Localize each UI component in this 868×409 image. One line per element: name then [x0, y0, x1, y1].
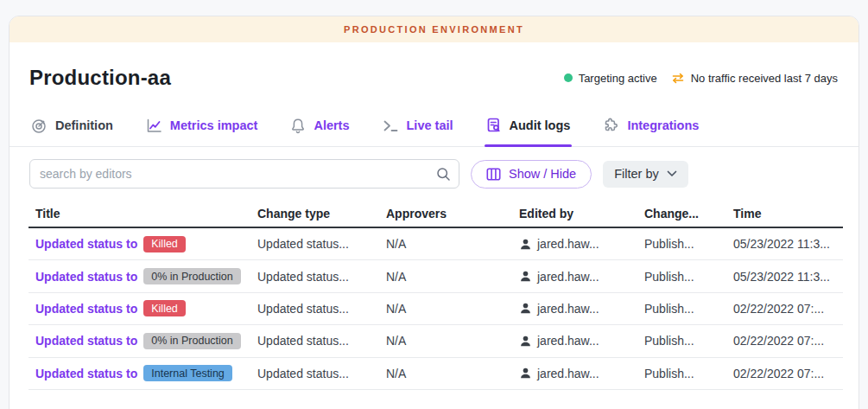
approvers-cell: N/A — [379, 302, 512, 316]
editor-name: jared.haw... — [537, 237, 599, 251]
approvers-cell: N/A — [379, 367, 512, 380]
status-badge: Internal Testing — [143, 365, 232, 381]
column-header-time: Time — [726, 207, 843, 220]
row-title-cell: Updated status to Internal Testing — [29, 365, 250, 381]
tab-label: Live tail — [407, 118, 453, 132]
change-type-cell: Updated status... — [250, 237, 379, 251]
table-row[interactable]: Updated status to 0% in Production Updat… — [29, 325, 843, 357]
time-cell: 05/23/2022 11:3... — [726, 270, 843, 284]
change-type-cell: Updated status... — [250, 302, 379, 316]
person-icon — [519, 270, 532, 283]
person-icon — [519, 367, 532, 380]
change-type-cell: Updated status... — [250, 270, 379, 284]
change-cell: Publish... — [637, 237, 726, 251]
terminal-icon — [383, 119, 399, 132]
change-cell: Publish... — [637, 270, 726, 284]
filter-by-label: Filter by — [614, 167, 659, 181]
edited-by-cell: jared.haw... — [512, 237, 637, 251]
search-icon — [436, 167, 451, 182]
show-hide-button[interactable]: Show / Hide — [471, 160, 592, 189]
editor-name: jared.haw... — [537, 334, 599, 348]
tab-bar: Definition Metrics impact Alerts — [10, 115, 858, 147]
puzzle-icon — [603, 118, 619, 134]
approvers-cell: N/A — [379, 270, 512, 284]
change-cell: Publish... — [637, 334, 726, 348]
bell-icon — [290, 118, 306, 134]
target-icon — [31, 118, 48, 134]
targeting-status: Targeting active — [564, 72, 657, 85]
tab-metrics-impact[interactable]: Metrics impact — [144, 115, 260, 146]
toolbar: Show / Hide Filter by — [10, 159, 858, 189]
search-input[interactable] — [29, 159, 459, 189]
tab-label: Metrics impact — [170, 118, 258, 132]
tab-live-tail[interactable]: Live tail — [381, 115, 455, 146]
time-cell: 02/22/2022 07:... — [726, 367, 843, 380]
chevron-down-icon — [667, 170, 677, 177]
row-title-link[interactable]: Updated status to — [35, 334, 137, 348]
status-badge: Killed — [143, 300, 186, 316]
edited-by-cell: jared.haw... — [512, 367, 637, 380]
audit-log-icon — [486, 117, 502, 134]
production-environment-banner: PRODUCTION ENVIRONMENT — [10, 16, 858, 42]
traffic-arrows-icon — [671, 73, 685, 84]
time-cell: 02/22/2022 07:... — [726, 302, 843, 316]
filter-by-button[interactable]: Filter by — [603, 161, 688, 188]
approvers-cell: N/A — [379, 334, 512, 348]
traffic-status-label: No traffic received last 7 days — [691, 72, 838, 85]
column-header-approvers: Approvers — [379, 207, 512, 220]
table-header-row: Title Change type Approvers Edited by Ch… — [29, 200, 843, 228]
editor-name: jared.haw... — [537, 302, 599, 316]
tab-definition[interactable]: Definition — [29, 115, 115, 146]
card-header: Production-aa Targeting active No traffi… — [10, 42, 858, 90]
row-title-link[interactable]: Updated status to — [35, 302, 137, 316]
green-status-dot-icon — [564, 73, 573, 82]
tab-alerts[interactable]: Alerts — [288, 115, 351, 146]
row-title-link[interactable]: Updated status to — [35, 270, 137, 284]
page-title: Production-aa — [29, 66, 171, 90]
columns-icon — [486, 168, 501, 181]
status-group: Targeting active No traffic received las… — [564, 72, 838, 85]
search-field — [29, 159, 459, 189]
row-title-cell: Updated status to 0% in Production — [29, 333, 250, 349]
table-row[interactable]: Updated status to Killed Updated status.… — [29, 228, 843, 260]
approvers-cell: N/A — [379, 237, 512, 251]
table-row[interactable]: Updated status to Killed Updated status.… — [29, 293, 843, 325]
time-cell: 05/23/2022 11:3... — [726, 237, 843, 251]
person-icon — [519, 302, 532, 315]
table-row[interactable]: Updated status to 0% in Production Updat… — [29, 260, 843, 292]
traffic-status: No traffic received last 7 days — [671, 72, 838, 85]
edited-by-cell: jared.haw... — [512, 270, 637, 284]
banner-label: PRODUCTION ENVIRONMENT — [344, 24, 524, 35]
audit-log-table: Title Change type Approvers Edited by Ch… — [29, 200, 843, 390]
tab-integrations[interactable]: Integrations — [601, 115, 700, 146]
tab-audit-logs[interactable]: Audit logs — [485, 115, 573, 146]
column-header-change: Change... — [637, 207, 726, 220]
change-type-cell: Updated status... — [250, 367, 379, 380]
column-header-change-type: Change type — [250, 207, 379, 220]
person-icon — [519, 238, 532, 251]
row-title-cell: Updated status to Killed — [29, 236, 250, 252]
status-badge: 0% in Production — [143, 268, 241, 284]
status-badge: 0% in Production — [143, 333, 241, 349]
environment-card: PRODUCTION ENVIRONMENT Production-aa Tar… — [9, 16, 859, 409]
edited-by-cell: jared.haw... — [512, 334, 637, 348]
time-cell: 02/22/2022 07:... — [726, 334, 843, 348]
edited-by-cell: jared.haw... — [512, 302, 637, 316]
editor-name: jared.haw... — [537, 270, 599, 284]
status-badge: Killed — [143, 236, 186, 252]
column-header-title: Title — [29, 207, 250, 220]
row-title-cell: Updated status to Killed — [29, 300, 250, 316]
tab-label: Integrations — [627, 118, 699, 132]
targeting-status-label: Targeting active — [579, 72, 657, 85]
show-hide-label: Show / Hide — [509, 167, 576, 181]
tab-label: Audit logs — [510, 118, 571, 132]
row-title-link[interactable]: Updated status to — [35, 237, 137, 251]
row-title-link[interactable]: Updated status to — [35, 367, 137, 380]
editor-name: jared.haw... — [537, 367, 599, 380]
change-cell: Publish... — [637, 367, 726, 380]
table-row[interactable]: Updated status to Internal Testing Updat… — [29, 358, 843, 390]
tab-label: Alerts — [314, 118, 349, 132]
change-type-cell: Updated status... — [250, 334, 379, 348]
tab-label: Definition — [55, 118, 113, 132]
column-header-edited-by: Edited by — [512, 207, 637, 220]
